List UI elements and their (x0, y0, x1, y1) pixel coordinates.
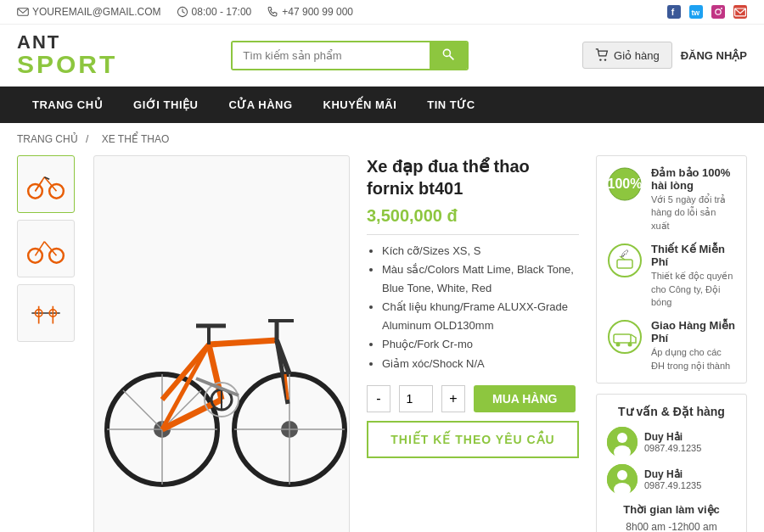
header-right: Giỏ hàng ĐĂNG NHẬP (582, 42, 747, 69)
svg-text:tw: tw (691, 8, 699, 17)
thumb-bike-1 (25, 163, 67, 205)
agent-2-info: Duy Hải 0987.49.1235 (644, 468, 701, 490)
sidebar: 100% Đảm bảo 100% hài lòng Với 5 ngày đổ… (596, 155, 747, 532)
product-price: 3,500,000 đ (367, 206, 579, 226)
svg-point-74 (616, 343, 621, 347)
agent-1-avatar (607, 427, 638, 457)
guarantee-2-icon: 🖊 (607, 243, 643, 278)
buy-button[interactable]: MUA HÀNG (474, 385, 576, 412)
guarantee-1-icon: 100% (607, 166, 643, 202)
quantity-input[interactable] (399, 385, 433, 412)
guarantee-1: 100% Đảm bảo 100% hài lòng Với 5 ngày đổ… (607, 166, 736, 232)
login-button[interactable]: ĐĂNG NHẬP (681, 49, 747, 62)
breadcrumb: TRANG CHỦ / XE THỂ THAO (0, 123, 764, 155)
product-section: Xe đạp đua thể thao fornix bt401 3,500,0… (17, 155, 579, 532)
thumbnail-1[interactable] (17, 155, 75, 213)
svg-text:🖊: 🖊 (621, 249, 629, 258)
thumbnail-3[interactable] (17, 284, 75, 342)
search-icon (441, 48, 455, 61)
guarantee-2-text: Thiết Kế Miễn Phí Thiết kế độc quyền cho… (651, 243, 736, 309)
hours-info: 08:00 - 17:00 (177, 6, 252, 18)
product-title: Xe đạp đua thể thao fornix bt401 (367, 155, 579, 199)
svg-rect-70 (617, 260, 632, 268)
svg-point-17 (28, 184, 42, 199)
social-links: f tw (667, 5, 747, 19)
guarantee-3: Giao Hàng Miễn Phí Áp dụng cho các ĐH tr… (607, 319, 736, 372)
svg-line-14 (450, 55, 454, 59)
svg-point-15 (599, 59, 601, 60)
svg-line-48 (209, 340, 277, 344)
quantity-increase[interactable]: + (441, 385, 465, 412)
price-divider (367, 234, 579, 235)
main-product-image (93, 155, 350, 532)
logo: ANT SPORT (17, 33, 117, 77)
guarantee-2: 🖊 Thiết Kế Miễn Phí Thiết kế độc quyền c… (607, 243, 736, 309)
svg-line-3 (183, 12, 185, 13)
breadcrumb-current: XE THỂ THAO (102, 133, 170, 145)
svg-text:f: f (671, 8, 675, 17)
search-button[interactable] (430, 42, 467, 69)
contact-agent-2: Duy Hải 0987.49.1235 (607, 464, 736, 495)
feature-2: Màu sắc/Colors Matt Lime, Black Tone, Bl… (382, 260, 579, 298)
logo-sport: SPORT (17, 52, 117, 77)
svg-point-13 (444, 49, 451, 56)
guarantees-card: 100% Đảm bảo 100% hài lòng Với 5 ngày đổ… (596, 155, 747, 384)
svg-line-40 (123, 390, 162, 429)
guarantee-3-text: Giao Hàng Miễn Phí Áp dụng cho các ĐH tr… (651, 319, 736, 372)
top-bar-left: YOUREMAIL@GMAIL.COM 08:00 - 17:00 +47 90… (17, 6, 353, 18)
satisfaction-icon: 100% (607, 166, 643, 202)
product-info: Xe đạp đua thể thao fornix bt401 3,500,0… (367, 155, 579, 532)
work-hours: 8h00 am -12h00 am 1h30 pm - 5h30 pm (607, 519, 736, 532)
shipping-icon (607, 319, 643, 355)
agent-1-info: Duy Hải 0987.49.1235 (644, 431, 701, 453)
breadcrumb-separator: / (86, 133, 88, 145)
agent-1-avatar-svg (607, 427, 638, 457)
svg-point-77 (617, 433, 627, 443)
agent-2-avatar-svg (607, 464, 638, 495)
nav-item-home[interactable]: TRANG CHỦ (17, 87, 118, 123)
svg-rect-73 (614, 334, 631, 343)
nav-item-news[interactable]: TIN TỨC (412, 87, 490, 123)
nav-item-shop[interactable]: CỬA HÀNG (213, 87, 307, 123)
design-button[interactable]: THIẾT KẾ THEO YÊU CẦU (367, 421, 579, 458)
clock-icon (177, 6, 188, 18)
search-box (231, 41, 469, 70)
mail-social-icon[interactable] (733, 5, 747, 19)
main-content: Xe đạp đua thể thao fornix bt401 3,500,0… (0, 155, 764, 532)
feature-1: Kích cỡ/Sizes XS, S (382, 242, 579, 260)
thumb-parts (25, 292, 67, 334)
breadcrumb-home[interactable]: TRANG CHỦ (17, 133, 78, 145)
svg-point-10 (721, 8, 722, 9)
feature-4: Phuộc/Fork Cr-mo (382, 335, 579, 354)
facebook-icon[interactable]: f (667, 5, 681, 19)
svg-point-75 (628, 343, 632, 347)
feature-5: Giảm xóc/Shock N/A (382, 355, 579, 373)
svg-rect-8 (711, 5, 725, 19)
guarantee-3-icon (607, 319, 643, 355)
thumbnail-2[interactable] (17, 220, 75, 277)
contact-agent-1: Duy Hải 0987.49.1235 (607, 427, 736, 457)
quantity-decrease[interactable]: - (367, 385, 390, 412)
svg-rect-11 (733, 5, 747, 19)
instagram-icon[interactable] (711, 5, 725, 19)
nav-item-about[interactable]: GIỚI THIỆU (118, 87, 213, 123)
svg-text:100%: 100% (608, 176, 643, 191)
product-bike-svg (94, 260, 349, 497)
main-nav: TRANG CHỦ GIỚI THIỆU CỬA HÀNG KHUYẾN MÃI… (0, 87, 764, 123)
phone-info: +47 900 99 000 (267, 6, 353, 18)
search-input[interactable] (233, 42, 430, 69)
work-hours-title: Thời gian làm việc (607, 503, 736, 516)
svg-point-80 (617, 470, 627, 480)
svg-point-16 (604, 59, 606, 60)
cart-icon (595, 48, 609, 62)
email-info: YOUREMAIL@GMAIL.COM (17, 6, 161, 18)
thumb-bike-2 (25, 227, 67, 270)
thumbnail-list (17, 155, 76, 532)
cart-button[interactable]: Giỏ hàng (582, 42, 672, 69)
nav-item-promo[interactable]: KHUYẾN MÃI (308, 87, 413, 123)
header: ANT SPORT Giỏ hàng ĐĂNG NHẬP (0, 25, 764, 87)
twitter-icon[interactable]: tw (689, 5, 703, 19)
guarantee-1-text: Đảm bảo 100% hài lòng Với 5 ngày đổi trả… (651, 166, 736, 232)
logo-ant: ANT (17, 33, 117, 52)
quantity-row: - + MUA HÀNG (367, 385, 579, 412)
